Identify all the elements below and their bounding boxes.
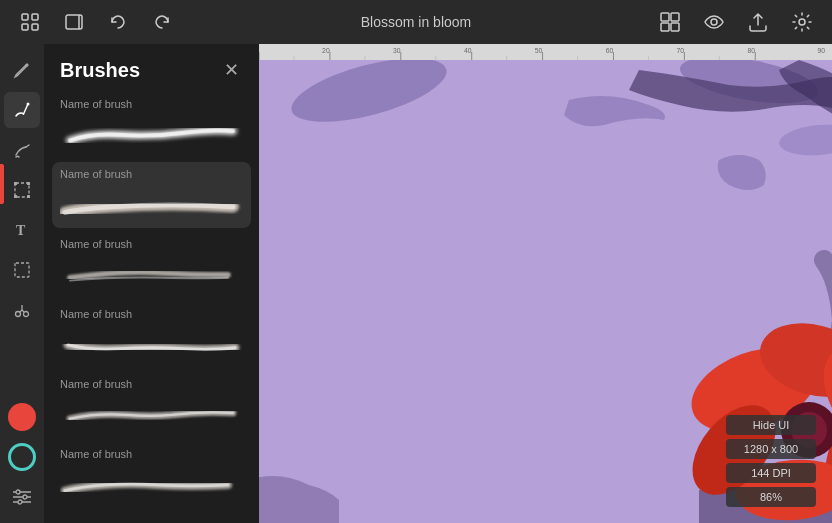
svg-text:50: 50 (535, 47, 543, 54)
ruler-top: 20 30 40 50 60 70 80 90 (259, 44, 832, 60)
svg-text:40: 40 (464, 47, 472, 54)
color-picker-button[interactable] (4, 399, 40, 435)
list-item[interactable]: Name of brush (52, 442, 251, 508)
text-tool-button[interactable]: T (4, 212, 40, 248)
brush-tool-button[interactable] (4, 92, 40, 128)
zoom-display: 86% (726, 487, 816, 507)
svg-point-11 (799, 19, 805, 25)
svg-rect-2 (22, 24, 28, 30)
grid-icon[interactable] (16, 8, 44, 36)
brush-preview (60, 394, 243, 432)
resolution-display: 1280 x 800 (726, 439, 816, 459)
brush-panel: Brushes ✕ Name of brush (44, 44, 259, 523)
left-toolbar: T (0, 44, 44, 523)
svg-rect-9 (671, 23, 679, 31)
svg-point-21 (24, 312, 29, 317)
svg-point-30 (18, 500, 22, 504)
settings-icon[interactable] (788, 8, 816, 36)
document-title: Blossom in bloom (361, 14, 472, 30)
brush-name-label: Name of brush (60, 98, 243, 110)
svg-rect-13 (15, 183, 29, 197)
topbar-right-icons (656, 8, 816, 36)
svg-text:70: 70 (677, 47, 685, 54)
svg-point-28 (16, 490, 20, 494)
color-swatch[interactable] (8, 403, 36, 431)
brush-preview (60, 184, 243, 222)
list-item[interactable]: Name of brush (52, 232, 251, 298)
info-panel: Hide UI 1280 x 800 144 DPI 86% (726, 415, 816, 507)
topbar: Blossom in bloom (0, 0, 832, 44)
svg-rect-6 (661, 13, 669, 21)
list-item[interactable]: Name of brush (52, 92, 251, 158)
svg-line-23 (22, 310, 24, 312)
svg-rect-16 (14, 195, 17, 198)
brush-panel-header: Brushes ✕ (44, 44, 259, 92)
brush-preview (60, 114, 243, 152)
svg-point-12 (27, 103, 30, 106)
list-item[interactable]: Name of brush (52, 162, 251, 228)
brush-preview (60, 324, 243, 362)
svg-text:T: T (16, 223, 26, 238)
brush-name-label: Name of brush (60, 238, 243, 250)
svg-point-10 (711, 19, 717, 25)
svg-point-20 (16, 312, 21, 317)
svg-text:30: 30 (393, 47, 401, 54)
eye-icon[interactable] (700, 8, 728, 36)
brush-name-label: Name of brush (60, 448, 243, 460)
hide-ui-button[interactable]: Hide UI (726, 415, 816, 435)
svg-rect-1 (32, 14, 38, 20)
svg-rect-8 (661, 23, 669, 31)
tablet-icon[interactable] (60, 8, 88, 36)
svg-text:90: 90 (817, 47, 825, 54)
svg-point-29 (23, 495, 27, 499)
opacity-indicator[interactable] (8, 443, 36, 471)
canvas-area[interactable]: 20 30 40 50 60 70 80 90 (259, 44, 832, 523)
svg-rect-3 (32, 24, 38, 30)
svg-text:20: 20 (322, 47, 330, 54)
undo-icon[interactable] (104, 8, 132, 36)
svg-rect-15 (27, 182, 30, 185)
share-icon[interactable] (744, 8, 772, 36)
svg-rect-19 (15, 263, 29, 277)
svg-line-22 (20, 310, 22, 312)
svg-rect-31 (259, 44, 832, 60)
brush-preview (60, 254, 243, 292)
scissors-tool-button[interactable] (4, 292, 40, 328)
main-area: T (0, 44, 832, 523)
brush-panel-title: Brushes (60, 59, 140, 82)
topbar-left-icons (16, 8, 176, 36)
brush-list: Name of brush Name of brush (44, 92, 259, 523)
redo-icon[interactable] (148, 8, 176, 36)
svg-rect-17 (27, 195, 30, 198)
svg-rect-0 (22, 14, 28, 20)
adjustments-button[interactable] (4, 479, 40, 515)
brush-name-label: Name of brush (60, 308, 243, 320)
layer-opacity-button[interactable] (4, 439, 40, 475)
brush-name-label: Name of brush (60, 378, 243, 390)
selection-tool-button[interactable] (4, 252, 40, 288)
dpi-display: 144 DPI (726, 463, 816, 483)
svg-rect-7 (671, 13, 679, 21)
brush-name-label: Name of brush (60, 168, 243, 180)
smudge-tool-button[interactable] (4, 132, 40, 168)
pencil-tool-button[interactable] (4, 52, 40, 88)
svg-rect-14 (14, 182, 17, 185)
svg-text:80: 80 (748, 47, 756, 54)
transform-tool-button[interactable] (4, 172, 40, 208)
list-item[interactable]: Name of brush (52, 302, 251, 368)
list-item[interactable]: Name of brush (52, 372, 251, 438)
svg-text:60: 60 (606, 47, 614, 54)
brush-panel-close-button[interactable]: ✕ (219, 58, 243, 82)
brush-preview (60, 464, 243, 502)
gallery-icon[interactable] (656, 8, 684, 36)
